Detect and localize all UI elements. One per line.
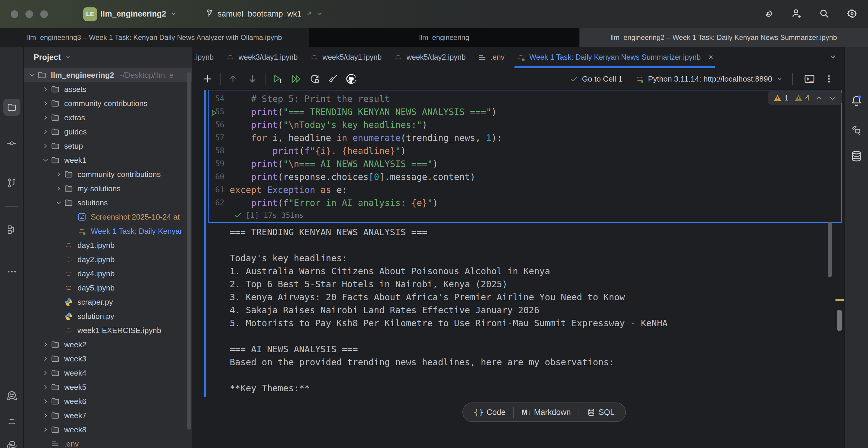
tree-item[interactable]: week1	[24, 153, 192, 167]
code-line[interactable]: 60 print(response.choices[0].message.con…	[209, 170, 841, 183]
github-icon[interactable]	[344, 71, 359, 87]
chevron-right-icon[interactable]	[40, 383, 51, 391]
window-controls[interactable]	[11, 10, 48, 18]
restart-kernel-button[interactable]	[307, 71, 322, 87]
chevron-right-icon[interactable]	[40, 100, 51, 107]
code-line[interactable]: 57 for i, headline in enumerate(trending…	[209, 131, 841, 144]
close-window-button[interactable]	[11, 10, 18, 18]
database-tool-icon[interactable]	[850, 150, 863, 164]
code-line[interactable]: 55 print("=== TRENDING KENYAN NEWS ANALY…	[209, 105, 841, 118]
chevron-right-icon[interactable]	[40, 142, 51, 150]
zoom-window-button[interactable]	[40, 10, 48, 18]
chevron-right-icon[interactable]	[40, 426, 51, 434]
close-tab-icon[interactable]: ×	[708, 53, 713, 62]
window-tab[interactable]: llm_engineering3 – Week 1 Task: Kenyan D…	[0, 28, 309, 47]
add-markdown-cell-button[interactable]: M↓ Markdown	[514, 408, 579, 417]
huggingface-tool-button[interactable]	[5, 389, 18, 404]
code-line[interactable]: 56 print("\nToday's key headlines:")	[209, 118, 841, 131]
project-widget[interactable]: LE llm_engineering2	[83, 7, 177, 21]
minimize-window-button[interactable]	[25, 10, 33, 18]
tree-item[interactable]: Screenshot 2025-10-24 at	[24, 210, 192, 224]
chevron-right-icon[interactable]	[40, 397, 51, 405]
prev-warning-icon[interactable]	[815, 94, 823, 102]
find-usages-icon[interactable]	[850, 124, 863, 138]
notifications-bell-icon[interactable]	[850, 94, 863, 108]
tree-item[interactable]: solution.py	[24, 309, 192, 323]
tree-item[interactable]: day2.ipynb	[24, 252, 192, 266]
inspections-widget[interactable]: 1 4	[768, 91, 842, 105]
chevron-down-icon[interactable]	[40, 156, 51, 164]
structure-tool-button[interactable]	[6, 224, 18, 236]
window-tab[interactable]: llm_engineering2 – Week 1 Task: Daily Ke…	[580, 28, 868, 47]
kebab-menu-icon[interactable]	[821, 71, 837, 87]
tree-item[interactable]: day5.ipynb	[24, 281, 192, 295]
editor-tab[interactable]: week3/day1.ipynb	[220, 47, 304, 68]
more-tools-button[interactable]	[6, 266, 18, 278]
add-cell-button[interactable]	[200, 71, 215, 87]
tree-scrollbar[interactable]	[187, 72, 191, 430]
chevron-right-icon[interactable]	[40, 355, 51, 362]
error-stripe-warning-mark[interactable]	[835, 299, 844, 301]
go-to-cell-widget[interactable]: Go to Cell 1	[570, 74, 623, 84]
add-sql-cell-button[interactable]: SQL	[579, 408, 622, 417]
next-warning-icon[interactable]	[828, 94, 837, 102]
python-console-tool-button[interactable]	[6, 440, 18, 448]
ai-assistant-icon[interactable]	[763, 8, 775, 21]
code-cell[interactable]: 54 # Step 5: Print the result55 print("=…	[209, 90, 842, 223]
editor-tab[interactable]: .env	[471, 47, 510, 68]
code-line[interactable]: 61except Exception as e:	[209, 183, 841, 196]
tree-item[interactable]: .env	[24, 437, 192, 448]
kernel-selector[interactable]: Python 3.11.14: http://localhost:8890	[634, 74, 783, 84]
chevron-right-icon[interactable]	[40, 86, 51, 93]
tree-item[interactable]: week4	[24, 366, 192, 380]
jupyter-tool-button[interactable]	[6, 415, 18, 429]
editor-tab[interactable]: .ipynb	[192, 47, 220, 68]
tree-item[interactable]: community-contributions	[24, 167, 192, 182]
tree-item[interactable]: guides	[24, 125, 192, 139]
vcs-widget[interactable]: samuel_bootcamp_wk1	[204, 8, 323, 20]
chevron-down-icon[interactable]	[54, 199, 64, 206]
move-cell-up-button[interactable]	[225, 71, 241, 87]
chevron-right-icon[interactable]	[40, 114, 51, 122]
chevron-down-icon[interactable]	[64, 53, 71, 61]
hidden-tabs-chevron-icon[interactable]	[828, 52, 837, 62]
run-line-icon[interactable]	[210, 108, 218, 119]
run-all-cells-button[interactable]	[288, 71, 304, 87]
chevron-right-icon[interactable]	[40, 341, 51, 348]
project-tool-button[interactable]	[3, 99, 21, 116]
clear-outputs-button[interactable]	[325, 71, 341, 87]
tree-item[interactable]: Week 1 Task: Daily Kenyar	[24, 224, 192, 238]
chevron-right-icon[interactable]	[40, 369, 51, 377]
tree-item[interactable]: day4.ipynb	[24, 266, 192, 281]
tree-item[interactable]: week2	[24, 338, 192, 352]
tree-item[interactable]: setup	[24, 139, 192, 153]
add-code-cell-button[interactable]: {} Code	[466, 408, 513, 417]
tree-item[interactable]: week5	[24, 380, 192, 394]
editor-tab[interactable]: week5/day1.ipynb	[304, 47, 388, 68]
error-stripe-thumb[interactable]	[837, 310, 842, 331]
tree-item[interactable]: extras	[24, 110, 192, 125]
window-tab[interactable]: llm_engineering	[309, 28, 580, 47]
tree-item[interactable]: llm_engineering2~/Desktop/llm_e	[24, 68, 192, 82]
code-line[interactable]: 59 print("\n=== AI NEWS ANALYSIS ===")	[209, 157, 841, 170]
code-line[interactable]: 62 print(f"Error in AI analysis: {e}")	[209, 196, 841, 209]
editor-tab[interactable]: week5/day2.ipynb	[388, 47, 471, 68]
jupyter-console-button[interactable]	[802, 71, 817, 87]
settings-gear-icon[interactable]	[846, 8, 858, 21]
tree-item[interactable]: week6	[24, 394, 192, 408]
tree-item[interactable]: community-contributions	[24, 96, 192, 110]
notebook-scrollbar[interactable]	[828, 222, 832, 277]
chevron-down-icon[interactable]	[27, 71, 37, 79]
chevron-right-icon[interactable]	[40, 412, 51, 419]
move-cell-down-button[interactable]	[245, 71, 260, 87]
tree-item[interactable]: week3	[24, 352, 192, 366]
code-line[interactable]: 58 print(f"{i}. {headline}")	[209, 144, 841, 157]
tree-item[interactable]: day1.ipynb	[24, 238, 192, 252]
tree-item[interactable]: my-solutions	[24, 182, 192, 196]
run-cell-button[interactable]	[270, 71, 286, 87]
tree-item[interactable]: week7	[24, 408, 192, 423]
search-icon[interactable]	[818, 8, 830, 21]
chevron-right-icon[interactable]	[54, 185, 64, 192]
chevron-right-icon[interactable]	[54, 170, 64, 178]
chevron-right-icon[interactable]	[40, 128, 51, 136]
